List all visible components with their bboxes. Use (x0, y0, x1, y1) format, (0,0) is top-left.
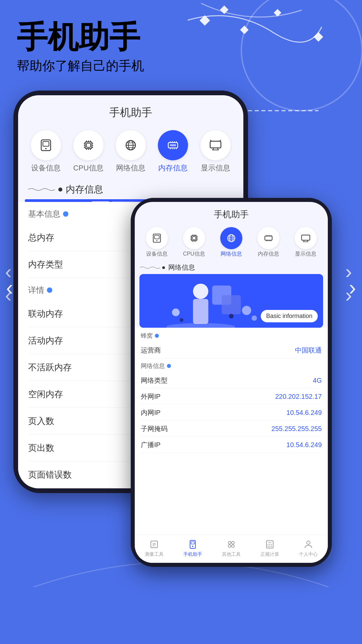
basic-label-text: 基本信息 (28, 209, 60, 219)
small-icon-display[interactable]: 显示信息 (295, 227, 317, 258)
carrier-key: 运营商 (141, 346, 161, 355)
small-phone-mockup: 手机助手 设备信息 (131, 198, 332, 567)
svg-point-98 (193, 284, 208, 299)
net-row-3: 子网掩码 255.255.255.255 (141, 421, 322, 437)
svg-rect-3 (274, 9, 282, 17)
icon-network[interactable]: 网络信息 (116, 130, 146, 173)
net-val-3: 255.255.255.255 (272, 425, 322, 433)
svg-rect-15 (86, 143, 90, 147)
net-row-0: 网络类型 4G (141, 373, 322, 389)
small-icon-network-label: 网络信息 (221, 251, 242, 258)
main-icon-menu: 设备信息 (18, 127, 243, 180)
section-dot (58, 187, 62, 192)
svg-point-123 (271, 544, 272, 545)
svg-point-126 (271, 546, 272, 547)
small-icon-device[interactable]: 设备信息 (146, 227, 168, 258)
icon-network-label: 网络信息 (116, 163, 145, 173)
main-section-title: 内存信息 (66, 183, 103, 196)
other-icon (225, 538, 237, 550)
drow0-key: 联动内存 (28, 308, 63, 320)
basic-info-badge: Basic information (261, 310, 318, 322)
svg-rect-4 (314, 32, 323, 42)
carrier-val: 中国联通 (295, 346, 322, 355)
svg-rect-65 (191, 235, 196, 240)
drow6-key: 页面错误数 (28, 469, 72, 481)
small-icon-memory[interactable]: 内存信息 (257, 227, 280, 258)
svg-rect-12 (43, 142, 49, 146)
svg-point-106 (229, 314, 234, 319)
small-icon-network[interactable]: 网络信息 (220, 227, 242, 258)
icon-display-circle (200, 130, 231, 160)
svg-point-117 (228, 545, 231, 547)
nav-assistant[interactable]: 手机助手 (183, 538, 202, 557)
app-title: 手机助手 (17, 20, 144, 54)
svg-rect-93 (302, 235, 310, 240)
svg-rect-101 (222, 295, 241, 314)
svg-rect-43 (210, 141, 221, 148)
svg-rect-84 (265, 236, 272, 240)
small-icon-device-label: 设备信息 (146, 251, 168, 258)
main-section-header: 内存信息 (18, 180, 243, 199)
basic-label-dot (63, 211, 68, 217)
network-label-text: 网络信息 (141, 362, 165, 370)
svg-line-47 (210, 140, 212, 141)
svg-point-125 (269, 546, 270, 547)
svg-rect-63 (155, 235, 159, 239)
icon-memory[interactable]: 内存信息 (158, 130, 188, 173)
icon-device[interactable]: 设备信息 (31, 130, 61, 173)
svg-point-105 (252, 315, 257, 321)
svg-line-48 (220, 140, 221, 141)
left-arrow[interactable]: ‹ (6, 275, 13, 300)
net-key-4: 广播IP (141, 440, 161, 449)
profile-icon (302, 538, 314, 550)
icon-cpu[interactable]: CPU信息 (73, 130, 103, 173)
icon-display[interactable]: 显示信息 (200, 130, 231, 173)
icon-memory-label: 内存信息 (158, 163, 188, 173)
svg-rect-99 (193, 299, 208, 324)
row1-key: 内存类型 (28, 259, 63, 270)
app-subtitle: 帮助你了解自己的手机 (17, 57, 144, 74)
svg-point-115 (228, 541, 231, 544)
nav-calc-label: 正规计算 (260, 551, 279, 557)
small-icon-cpu[interactable]: CPU信息 (183, 227, 205, 258)
net-key-3: 子网掩码 (141, 424, 168, 433)
net-val-1: 220.202.152.17 (275, 393, 322, 400)
nav-calc[interactable]: 正规计算 (260, 538, 279, 557)
svg-rect-113 (191, 542, 194, 544)
net-key-0: 网络类型 (141, 376, 168, 385)
assistant-icon (187, 538, 199, 550)
svg-rect-42 (170, 144, 176, 146)
nav-other[interactable]: 其他工具 (222, 538, 241, 557)
tools-icon (148, 538, 160, 550)
small-section-header: 网络信息 (135, 261, 328, 274)
drow1-key: 活动内存 (28, 335, 63, 346)
small-banner: Basic information (139, 274, 323, 328)
svg-point-107 (180, 318, 183, 322)
net-key-2: 内网IP (141, 408, 161, 417)
nav-profile[interactable]: 个人中心 (299, 538, 318, 557)
small-icon-display-circle (295, 227, 317, 249)
icon-memory-circle (158, 130, 188, 160)
carrier-row: 运营商 中国联通 (141, 342, 322, 359)
detail-label-text: 详情 (28, 285, 44, 296)
net-val-2: 10.54.6.249 (286, 409, 322, 417)
calc-icon (264, 538, 276, 550)
icon-network-circle (116, 130, 146, 160)
svg-rect-51 (91, 201, 110, 202)
cellular-label-text: 蜂窝 (141, 332, 153, 340)
small-icon-display-label: 显示信息 (295, 251, 316, 258)
small-icon-menu: 设备信息 (135, 224, 328, 261)
svg-point-116 (232, 541, 234, 544)
icon-display-label: 显示信息 (201, 163, 230, 173)
svg-point-124 (268, 546, 269, 547)
small-bottom-nav: 测量工具 手机助手 (135, 535, 328, 563)
network-label-dot (167, 364, 171, 368)
drow5-key: 页出数 (28, 442, 54, 454)
right-arrow[interactable]: › (349, 275, 356, 300)
small-section-dot (162, 266, 165, 269)
nav-tools[interactable]: 测量工具 (145, 538, 164, 557)
svg-point-64 (156, 240, 157, 241)
svg-point-103 (172, 309, 180, 316)
main-phone-title: 手机助手 (18, 95, 243, 127)
net-key-1: 外网IP (141, 392, 161, 401)
